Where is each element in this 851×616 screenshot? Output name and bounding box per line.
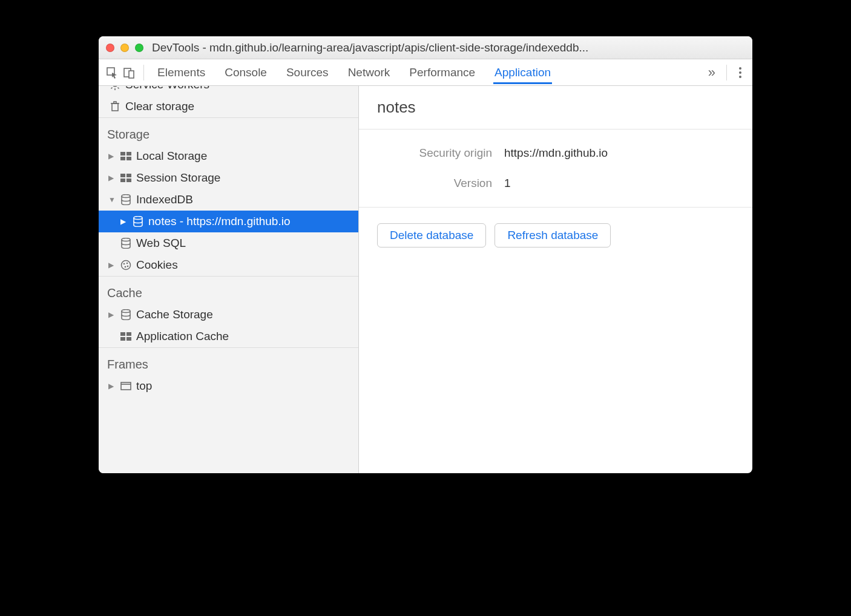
- sidebar-item-label: Service Workers: [125, 86, 209, 91]
- collapse-icon: ▼: [108, 195, 116, 204]
- sidebar-item-label: top: [136, 379, 152, 393]
- svg-rect-21: [120, 179, 125, 182]
- main-panel: notes Security origin https://mdn.github…: [359, 86, 752, 473]
- database-details: Security origin https://mdn.github.io Ve…: [359, 129, 752, 208]
- database-icon: [119, 309, 133, 320]
- svg-point-26: [122, 261, 131, 270]
- sidebar-item-websql[interactable]: ▶ Web SQL: [99, 232, 358, 254]
- svg-point-30: [127, 266, 129, 267]
- sidebar-item-service-workers[interactable]: Service Workers: [99, 86, 358, 96]
- toolbar-divider: [726, 65, 727, 80]
- security-origin-label: Security origin: [377, 146, 504, 160]
- tab-sources[interactable]: Sources: [285, 61, 330, 84]
- sidebar-item-label: IndexedDB: [136, 193, 193, 206]
- expand-icon: ▶: [108, 310, 116, 319]
- svg-rect-32: [120, 332, 125, 336]
- sidebar-section-frames: Frames: [99, 347, 358, 375]
- svg-rect-36: [121, 382, 131, 390]
- sidebar-item-indexeddb-notes[interactable]: ▶ notes - https://mdn.github.io: [99, 211, 358, 232]
- storage-grid-icon: [119, 332, 133, 341]
- storage-grid-icon: [119, 152, 133, 160]
- expand-icon: ▶: [108, 152, 116, 160]
- window-title: DevTools - mdn.github.io/learning-area/j…: [152, 41, 745, 54]
- storage-grid-icon: [119, 174, 133, 182]
- tabs-overflow-icon[interactable]: »: [703, 65, 720, 80]
- database-icon: [131, 216, 145, 227]
- svg-rect-16: [126, 152, 131, 156]
- security-origin-value: https://mdn.github.io: [504, 146, 608, 160]
- refresh-database-button[interactable]: Refresh database: [494, 223, 611, 247]
- svg-point-31: [122, 310, 130, 313]
- svg-rect-22: [126, 179, 131, 182]
- device-toolbar-icon[interactable]: [120, 64, 137, 81]
- sidebar-item-label: Application Cache: [136, 330, 229, 343]
- devtools-toolbar: Elements Console Sources Network Perform…: [99, 59, 752, 86]
- frame-icon: [119, 382, 133, 390]
- sidebar-item-label: Clear storage: [125, 100, 194, 113]
- svg-point-3: [113, 86, 117, 87]
- sidebar-item-label: Local Storage: [136, 149, 207, 163]
- expand-icon: ▶: [120, 217, 128, 226]
- svg-rect-15: [120, 152, 125, 156]
- database-actions: Delete database Refresh database: [359, 208, 752, 263]
- expand-icon: ▶: [108, 382, 116, 390]
- minimize-window-button[interactable]: [120, 44, 129, 52]
- svg-point-28: [126, 263, 128, 264]
- sidebar-item-cache-storage[interactable]: ▶ Cache Storage: [99, 304, 358, 326]
- sidebar-item-label: Session Storage: [136, 171, 220, 185]
- sidebar-item-label: notes - https://mdn.github.io: [148, 215, 290, 228]
- close-window-button[interactable]: [106, 44, 114, 52]
- tab-performance[interactable]: Performance: [408, 61, 476, 84]
- svg-rect-2: [129, 71, 134, 78]
- cookie-icon: [119, 260, 133, 270]
- toolbar-divider: [143, 65, 144, 80]
- maximize-window-button[interactable]: [135, 44, 143, 52]
- sidebar-item-label: Web SQL: [136, 237, 186, 250]
- sidebar-item-label: Cookies: [136, 258, 178, 272]
- svg-rect-20: [126, 174, 131, 177]
- version-value: 1: [504, 177, 511, 190]
- tab-network[interactable]: Network: [347, 61, 392, 84]
- tab-application[interactable]: Application: [493, 61, 552, 84]
- titlebar: DevTools - mdn.github.io/learning-area/j…: [99, 36, 752, 59]
- more-options-icon[interactable]: [733, 67, 748, 78]
- svg-rect-19: [120, 174, 125, 177]
- tab-console[interactable]: Console: [223, 61, 268, 84]
- sidebar-item-cookies[interactable]: ▶ Cookies: [99, 254, 358, 276]
- svg-point-27: [123, 263, 125, 265]
- sidebar-section-cache: Cache: [99, 276, 358, 304]
- database-title: notes: [359, 86, 752, 129]
- svg-line-10: [111, 88, 113, 89]
- sidebar-item-indexeddb[interactable]: ▼ IndexedDB: [99, 189, 358, 211]
- sidebar-item-frames-top[interactable]: ▶ top: [99, 375, 358, 397]
- sidebar-item-local-storage[interactable]: ▶ Local Storage: [99, 145, 358, 167]
- sidebar-item-application-cache[interactable]: ▶ Application Cache: [99, 326, 358, 347]
- application-sidebar: Service Workers Clear storage Storage ▶ …: [99, 86, 359, 473]
- svg-rect-17: [120, 157, 125, 160]
- svg-point-29: [125, 266, 126, 268]
- sidebar-section-storage: Storage: [99, 117, 358, 145]
- svg-point-24: [134, 217, 142, 220]
- devtools-window: DevTools - mdn.github.io/learning-area/j…: [99, 36, 752, 473]
- trash-icon: [108, 101, 122, 112]
- svg-rect-18: [126, 157, 131, 160]
- version-label: Version: [377, 177, 504, 190]
- devtools-tabs: Elements Console Sources Network Perform…: [156, 61, 703, 84]
- sidebar-item-clear-storage[interactable]: Clear storage: [99, 96, 358, 117]
- svg-point-23: [122, 195, 130, 198]
- svg-rect-34: [120, 337, 125, 341]
- svg-point-25: [122, 238, 130, 241]
- delete-database-button[interactable]: Delete database: [377, 223, 486, 247]
- gear-icon: [108, 86, 122, 90]
- inspect-element-icon[interactable]: [104, 64, 120, 81]
- sidebar-item-label: Cache Storage: [136, 308, 213, 321]
- svg-rect-12: [112, 103, 118, 111]
- expand-icon: ▶: [108, 174, 116, 182]
- database-icon: [119, 194, 133, 205]
- sidebar-item-session-storage[interactable]: ▶ Session Storage: [99, 167, 358, 189]
- expand-icon: ▶: [108, 261, 116, 269]
- svg-rect-33: [126, 332, 131, 336]
- svg-rect-14: [114, 102, 116, 103]
- window-controls: [106, 44, 143, 52]
- tab-elements[interactable]: Elements: [156, 61, 206, 84]
